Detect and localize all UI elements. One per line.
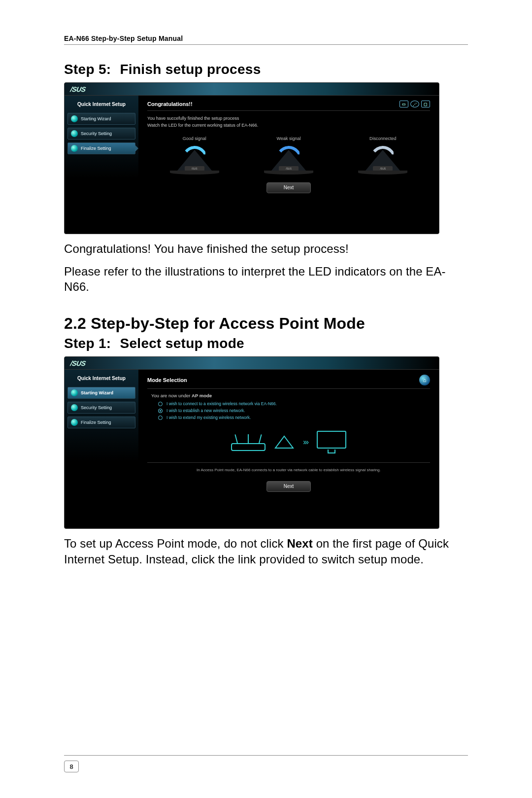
sidebar-item-finalize-setting[interactable]: Finalize Setting xyxy=(67,416,135,428)
radio-icon xyxy=(158,402,163,406)
mode-opt2-label: I wish to establish a new wireless netwo… xyxy=(166,408,245,413)
para-led: Please refer to the illustrations to int… xyxy=(64,264,468,295)
router-icon xyxy=(231,433,266,451)
sidebar-label-1: Starting Wizard xyxy=(81,116,111,121)
dev-label-disc: Disconnected xyxy=(348,136,417,141)
mode-opt3-label: I wish to extend my existing wireless ne… xyxy=(166,415,251,420)
asus-logo: /SUS xyxy=(70,85,87,93)
header-rule xyxy=(64,44,468,45)
next-button[interactable]: Next xyxy=(266,182,311,193)
sidebar2-label-3: Finalize Setting xyxy=(81,420,111,425)
mode-opt-connect-existing[interactable]: I wish to connect to a existing wireless… xyxy=(158,401,430,406)
mode-opt1-label: I wish to connect to a existing wireless… xyxy=(166,401,277,406)
running-header: EA-N66 Step-by-Step Setup Manual xyxy=(64,35,468,42)
sidebar2-label-2: Security Setting xyxy=(81,405,112,410)
sidebar2-label-1: Starting Wizard xyxy=(81,390,113,395)
step1-heading: Step 1:Select setup mode xyxy=(64,336,468,351)
monitor-icon xyxy=(317,431,346,453)
step5-title: Finish setup process xyxy=(120,62,261,77)
radio-icon xyxy=(158,416,163,420)
page-footer: 8 xyxy=(64,755,468,772)
step-dot-icon xyxy=(71,389,78,396)
ui2-sidebar: Quick Internet Setup Starting Wizard Sec… xyxy=(65,370,138,522)
step1-label: Step 1: xyxy=(64,336,111,351)
ui1-header-icons: ▭ ⋰ ▢ xyxy=(399,101,430,107)
led-illustration-row: Good signal /SUS Weak signal /SUS Discon… xyxy=(147,136,430,173)
dev-label-weak: Weak signal xyxy=(254,136,323,141)
ap-mode-footer: In Access Point mode, EA-N66 connects to… xyxy=(147,462,430,472)
step-dot-icon xyxy=(71,404,78,411)
step-dot-icon xyxy=(71,130,78,137)
step-dot-icon xyxy=(71,419,78,426)
device-weak-signal: /SUS xyxy=(264,144,313,173)
asus-logo: /SUS xyxy=(70,359,87,367)
sidebar-item-security-setting[interactable]: Security Setting xyxy=(67,402,135,414)
card-icon: ▭ xyxy=(399,101,408,107)
sidebar-item-starting-wizard[interactable]: Starting Wizard xyxy=(67,387,135,399)
screenshot-finish-setup: /SUS Quick Internet Setup Starting Wizar… xyxy=(64,82,439,234)
ea-n66-icon xyxy=(274,435,294,449)
next-button[interactable]: Next xyxy=(266,481,311,492)
ui2-main: Mode Selection ⌂ You are now under AP mo… xyxy=(138,370,439,522)
ui1-sidebar: Quick Internet Setup Starting Wizard Sec… xyxy=(65,96,138,234)
ui2-side-title: Quick Internet Setup xyxy=(67,376,135,381)
sidebar-label-3: Finalize Setting xyxy=(81,146,111,151)
home-icon[interactable]: ⌂ xyxy=(419,375,430,385)
ui2-topbar: /SUS xyxy=(65,357,439,370)
ui1-msg1: You have succefully finished the setup p… xyxy=(147,115,430,122)
mode-radio-group: I wish to connect to a existing wireless… xyxy=(158,401,430,420)
monitor-icon: ▢ xyxy=(421,101,430,107)
ap-mode-illustration: ››› xyxy=(147,431,430,453)
sidebar-item-security-setting[interactable]: Security Setting xyxy=(67,128,135,139)
svg-marker-0 xyxy=(275,436,293,448)
para-congrats: Congratulations! You have finished the s… xyxy=(64,241,468,257)
sidebar-item-finalize-setting[interactable]: Finalize Setting xyxy=(67,142,135,154)
mode-status: You are now under AP mode xyxy=(151,393,430,398)
step5-label: Step 5: xyxy=(64,62,111,77)
page-number: 8 xyxy=(64,761,79,772)
mode-opt-extend[interactable]: I wish to extend my existing wireless ne… xyxy=(158,415,430,420)
ui1-main: Congratulations!! ▭ ⋰ ▢ You have succefu… xyxy=(138,96,439,234)
step-dot-icon xyxy=(71,145,78,152)
signal-icon: ⋰ xyxy=(410,101,419,107)
ui1-topbar: /SUS xyxy=(65,83,439,96)
radio-selected-icon xyxy=(158,409,163,413)
ui1-panel-title: Congratulations!! xyxy=(147,101,193,107)
device-good-signal: /SUS xyxy=(170,144,219,173)
step5-heading: Step 5:Finish setup process xyxy=(64,62,468,77)
step1-title: Select setup mode xyxy=(120,336,244,351)
ui2-panel-title: Mode Selection xyxy=(147,377,187,383)
sidebar-item-starting-wizard[interactable]: Starting Wizard xyxy=(67,113,135,125)
ui1-msg2: Watch the LED for the current working st… xyxy=(147,122,430,129)
ui1-side-title: Quick Internet Setup xyxy=(67,102,135,107)
dev-label-good: Good signal xyxy=(160,136,229,141)
para-ap-instruction: To set up Access Point mode, do not clic… xyxy=(64,536,468,567)
screenshot-mode-selection: /SUS Quick Internet Setup Starting Wizar… xyxy=(64,356,439,529)
section-2-2-heading: 2.2 Step-by-Step for Access Point Mode xyxy=(64,314,468,333)
wifi-wave-icon: ››› xyxy=(303,438,308,447)
sidebar-label-2: Security Setting xyxy=(81,131,112,136)
device-disconnected: /SUS xyxy=(358,144,407,173)
mode-opt-establish-new[interactable]: I wish to establish a new wireless netwo… xyxy=(158,408,430,413)
step-dot-icon xyxy=(71,115,78,122)
